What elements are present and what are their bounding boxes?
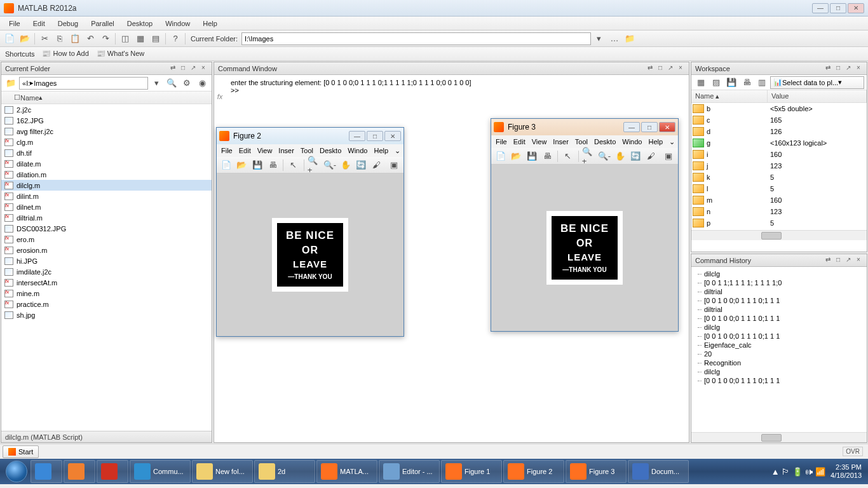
workspace-variable[interactable]: b<5x5 double> <box>691 103 867 114</box>
brush-icon[interactable]: 🖌 <box>644 149 658 163</box>
history-item[interactable]: [0 0 1 1;1 1 1 1; 1 1 1 1;0 <box>695 278 863 287</box>
menu-help[interactable]: Help <box>196 18 224 29</box>
taskbar-item[interactable]: New fol... <box>192 460 253 483</box>
history-item[interactable]: [0 0 1 0 0;0 1 1 1 0;1 1 1 <box>695 376 863 385</box>
minimize-button[interactable]: — <box>349 131 365 141</box>
history-item[interactable]: [0 0 1 0 0;0 1 1 1 0;1 1 1 <box>695 314 863 323</box>
taskbar-item[interactable]: Commu... <box>130 460 191 483</box>
save-icon[interactable]: 💾 <box>250 158 264 172</box>
panel-close-icon[interactable]: × <box>676 64 685 73</box>
clear-icon[interactable]: ▥ <box>755 76 769 90</box>
history-item[interactable]: [0 0 1 0 0;0 1 1 1 0;1 1 1 <box>695 296 863 305</box>
menu-desktop[interactable]: Desktop <box>121 18 159 29</box>
undo-icon[interactable]: ↶ <box>83 32 97 46</box>
new-icon[interactable]: 📄 <box>3 32 17 46</box>
guide-icon[interactable]: ▦ <box>133 32 147 46</box>
workspace-variable[interactable]: m160 <box>691 194 867 206</box>
history-item[interactable]: dilclg <box>695 323 863 332</box>
rotate-icon[interactable]: 🔄 <box>354 158 368 172</box>
file-item[interactable]: dilate.m <box>1 158 212 169</box>
pointer-icon[interactable]: ↖ <box>561 149 575 163</box>
panel-max-icon[interactable]: ↗ <box>189 64 198 73</box>
new-icon[interactable]: 📄 <box>494 149 508 163</box>
dropdown-icon[interactable]: ▾ <box>592 32 606 46</box>
dock-icon[interactable]: ▣ <box>661 149 675 163</box>
taskbar-item[interactable]: Docum... <box>628 460 689 483</box>
maximize-button[interactable]: □ <box>641 122 658 132</box>
history-item[interactable]: diltrial <box>695 287 863 296</box>
path-dropdown-icon[interactable]: ▾ <box>149 76 163 90</box>
pointer-icon[interactable]: ↖ <box>287 158 301 172</box>
panel-undock-icon[interactable]: □ <box>834 64 843 73</box>
redo-icon[interactable]: ↷ <box>98 32 112 46</box>
open-icon[interactable]: 📂 <box>235 158 249 172</box>
scrollbar-h[interactable] <box>691 432 867 442</box>
menu-debug[interactable]: Debug <box>51 18 85 29</box>
history-list[interactable]: dilclg[0 0 1 1;1 1 1 1; 1 1 1 1;0diltria… <box>691 267 867 432</box>
panel-menu-icon[interactable]: ⇄ <box>824 256 832 265</box>
file-item[interactable]: dh.tif <box>1 147 212 158</box>
pan-icon[interactable]: ✋ <box>339 158 353 172</box>
close-button[interactable]: ✕ <box>384 131 401 141</box>
current-folder-input[interactable] <box>241 32 591 45</box>
panel-max-icon[interactable]: ↗ <box>666 64 675 73</box>
workspace-variable[interactable]: k5 <box>691 172 867 183</box>
folder-icon[interactable]: 📁 <box>4 76 18 90</box>
panel-close-icon[interactable]: × <box>199 64 208 73</box>
scrollbar-h[interactable] <box>691 230 867 240</box>
panel-menu-icon[interactable]: ⇄ <box>168 64 177 73</box>
file-item[interactable]: practice.m <box>1 299 212 309</box>
rotate-icon[interactable]: 🔄 <box>628 149 642 163</box>
workspace-variable[interactable]: c165 <box>691 114 867 126</box>
workspace-variable[interactable]: g<160x123 logical> <box>691 137 867 149</box>
file-item[interactable]: clg.m <box>1 137 212 147</box>
history-item[interactable]: 20 <box>695 349 863 358</box>
minimize-button[interactable]: — <box>623 122 640 132</box>
panel-undock-icon[interactable]: □ <box>179 64 187 73</box>
dock-icon[interactable]: ▣ <box>387 158 401 172</box>
windows-start-button[interactable] <box>3 460 31 483</box>
file-item[interactable]: 162.JPG <box>1 115 212 126</box>
print-icon[interactable]: 🖶 <box>266 158 280 172</box>
taskbar-item[interactable]: Figure 1 <box>441 460 502 483</box>
panel-close-icon[interactable]: × <box>854 64 863 73</box>
workspace-variable[interactable]: d126 <box>691 126 867 137</box>
maximize-button[interactable]: □ <box>830 3 846 13</box>
open-icon[interactable]: 📂 <box>18 32 32 46</box>
taskbar-item[interactable]: Figure 2 <box>503 460 564 483</box>
new-icon[interactable]: 📄 <box>219 158 233 172</box>
file-item[interactable]: hi.JPG <box>1 255 212 266</box>
ws-value-col[interactable]: Value <box>768 90 867 102</box>
workspace-variable[interactable]: j123 <box>691 160 867 172</box>
history-item[interactable]: Eigenface_calc <box>695 341 863 349</box>
file-item[interactable]: dilint.m <box>1 191 212 201</box>
history-item[interactable]: diltrial <box>695 305 863 314</box>
file-item[interactable]: dilclg.m <box>1 180 212 191</box>
panel-close-icon[interactable]: × <box>854 256 863 265</box>
file-item[interactable]: DSC00312.JPG <box>1 223 212 234</box>
simulink-icon[interactable]: ◫ <box>118 32 132 46</box>
profiler-icon[interactable]: ▤ <box>149 32 163 46</box>
new-var-icon[interactable]: ▦ <box>694 76 708 90</box>
gear-icon[interactable]: ⚙ <box>180 76 194 90</box>
panel-max-icon[interactable]: ↗ <box>844 64 853 73</box>
file-item[interactable]: imdilate.j2c <box>1 266 212 277</box>
taskbar-item[interactable] <box>31 460 62 483</box>
clock[interactable]: 2:35 PM 4/18/2013 <box>831 463 862 480</box>
panel-menu-icon[interactable]: ⇄ <box>824 64 832 73</box>
close-button[interactable]: ✕ <box>659 122 675 132</box>
history-item[interactable]: dilclg <box>695 269 863 278</box>
menu-parallel[interactable]: Parallel <box>85 18 121 29</box>
save-ws-icon[interactable]: 💾 <box>724 76 738 90</box>
file-item[interactable]: avg filter.j2c <box>1 126 212 137</box>
taskbar-item[interactable]: 2d <box>254 460 315 483</box>
ws-name-col[interactable]: Name ▴ <box>691 90 768 102</box>
menu-window[interactable]: Window <box>159 18 196 29</box>
folder-path[interactable]: « I: ▸ Images <box>19 77 148 90</box>
cut-icon[interactable]: ✂ <box>37 32 51 46</box>
file-item[interactable]: 2.j2c <box>1 104 212 115</box>
name-column[interactable]: Name <box>20 94 39 102</box>
menu-edit[interactable]: Edit <box>27 18 51 29</box>
shortcuts-howto[interactable]: 📰 How to Add <box>42 50 88 58</box>
browse-icon[interactable]: … <box>607 32 621 46</box>
